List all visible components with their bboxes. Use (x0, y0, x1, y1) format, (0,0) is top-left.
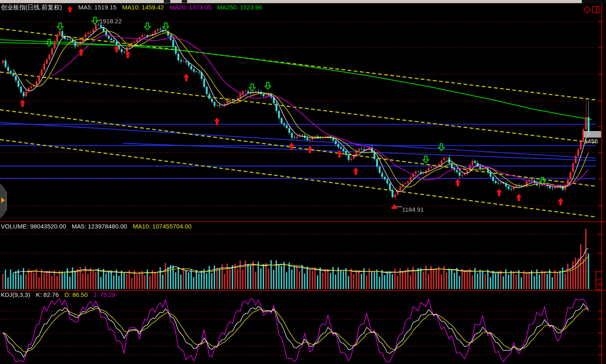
peak-price-label: 1918.22 (99, 18, 122, 25)
window-top-edge (0, 0, 582, 3)
kdj-j-value: J: 75.29 (93, 291, 115, 298)
volume-pane-header: VOLUME: 98043520.00 MA5: 123978480.00 MA… (1, 223, 192, 230)
top-strip-notch (182, 0, 187, 3)
kdj-k-value: K: 82.76 (36, 291, 59, 298)
ma20-value: MA20: 1373.05 (170, 4, 211, 11)
last-price-flag (584, 131, 601, 138)
symbol-title: 创业板指(日线.前复权) (1, 4, 62, 11)
price-pane-header: 创业板指(日线.前复权) MA5: 1519.15 MA10: 1459.42 … (1, 4, 262, 11)
kdj-pane-header: KDJ(9,3,3) K: 82.76 D: 86.50 J: 75.29 (1, 291, 115, 298)
expand-arrow-icon (1, 197, 5, 203)
window-top-corner (582, 0, 606, 3)
trading-app-window: 创业板指(日线.前复权) MA5: 1519.15 MA10: 1459.42 … (0, 0, 606, 364)
ma250-value: MA250: 1523.96 (217, 4, 262, 11)
kdj-indicator-label: KDJ(9,3,3) (1, 291, 30, 298)
kdj-d-value: D: 86.50 (65, 291, 88, 298)
volume-ma5-value: MA5: 123978480.00 (72, 223, 127, 230)
last-price-label: 1456 (584, 138, 598, 145)
close-icon[interactable]: ✕ (597, 281, 602, 288)
up-arrow-icon (68, 6, 72, 9)
low-price-label: 1184.91 (402, 206, 424, 213)
volume-ma10-value: MA10: 107455704.00 (133, 223, 191, 230)
ma10-value: MA10: 1459.42 (122, 4, 164, 11)
chart-canvas[interactable] (0, 0, 606, 364)
top-strip-notch (164, 0, 170, 3)
window-panes-icon[interactable] (592, 6, 599, 13)
ma5-value: MA5: 1519.15 (78, 4, 116, 11)
volume-value: VOLUME: 98043520.00 (1, 223, 66, 230)
